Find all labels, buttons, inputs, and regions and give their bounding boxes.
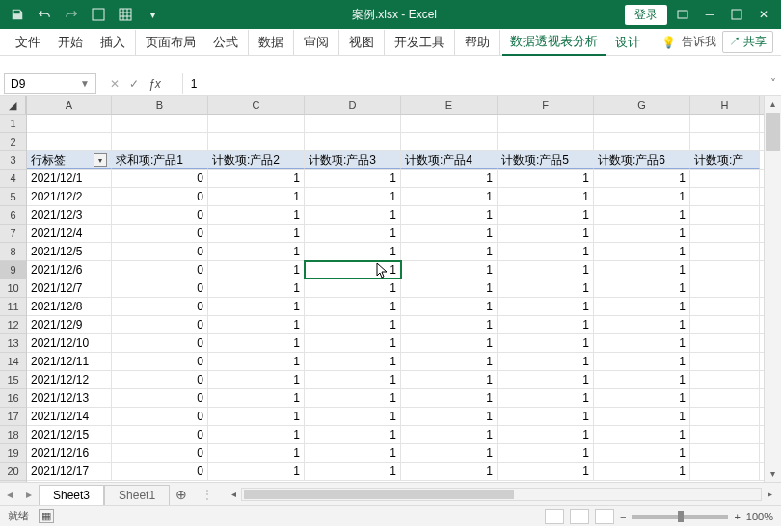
cell[interactable]: 求和项:产品1 [112, 151, 208, 169]
cell[interactable]: 1 [594, 298, 690, 315]
macro-record-icon[interactable]: ▦ [39, 509, 54, 523]
cell[interactable]: 计数项:产品2 [208, 151, 305, 169]
cell[interactable]: 1 [208, 279, 305, 297]
enter-icon[interactable]: ✓ [129, 77, 139, 91]
col-header-C[interactable]: C [208, 96, 305, 114]
cell[interactable]: 1 [401, 225, 498, 242]
cell[interactable] [690, 463, 760, 480]
tab-help[interactable]: 帮助 [457, 30, 500, 55]
cell[interactable] [112, 133, 208, 150]
col-header-A[interactable]: A [27, 96, 112, 114]
cell[interactable]: 1 [498, 170, 594, 187]
cell[interactable]: 1 [498, 298, 594, 315]
cell[interactable]: 1 [305, 408, 401, 425]
cell[interactable]: 2021/12/14 [27, 408, 112, 425]
cell[interactable] [690, 389, 760, 407]
cell[interactable]: 0 [112, 316, 208, 333]
cell[interactable]: 2021/12/5 [27, 243, 112, 260]
cell[interactable] [690, 261, 760, 279]
cell[interactable]: 0 [112, 243, 208, 260]
cell[interactable]: 1 [594, 371, 690, 388]
cell[interactable]: 1 [401, 408, 498, 425]
row-header[interactable]: 7 [0, 225, 26, 243]
cell[interactable] [690, 243, 760, 260]
zoom-out-button[interactable]: − [620, 511, 626, 522]
cell[interactable]: 2021/12/9 [27, 316, 112, 333]
row-header[interactable]: 18 [0, 426, 26, 444]
cell[interactable]: 1 [208, 371, 305, 388]
cell[interactable]: 1 [305, 206, 401, 224]
formula-input[interactable]: 1 [182, 73, 766, 94]
cell[interactable]: 1 [594, 389, 690, 407]
close-icon[interactable]: ✕ [752, 3, 775, 26]
cell[interactable]: 1 [594, 334, 690, 352]
tab-insert[interactable]: 插入 [93, 30, 136, 55]
col-header-B[interactable]: B [112, 96, 208, 114]
cell[interactable]: 0 [112, 408, 208, 425]
cell[interactable]: 1 [305, 261, 401, 279]
maximize-icon[interactable] [725, 3, 748, 26]
login-button[interactable]: 登录 [625, 5, 667, 25]
cell[interactable] [690, 206, 760, 224]
cell[interactable] [690, 170, 760, 187]
cell[interactable]: 0 [112, 353, 208, 370]
cell[interactable]: 1 [594, 170, 690, 187]
cell[interactable]: 1 [305, 444, 401, 462]
cell[interactable]: 1 [401, 426, 498, 443]
row-header[interactable]: 2 [0, 133, 26, 151]
cell[interactable]: 1 [401, 334, 498, 352]
cell[interactable]: 1 [498, 408, 594, 425]
undo-icon[interactable] [33, 3, 56, 26]
cell[interactable] [498, 133, 594, 150]
cell[interactable]: 1 [208, 389, 305, 407]
cell[interactable] [690, 334, 760, 352]
cell[interactable] [690, 225, 760, 242]
cell[interactable]: 1 [401, 463, 498, 480]
horizontal-scrollbar[interactable]: ◂ ▸ [226, 487, 777, 502]
cell[interactable]: 0 [112, 426, 208, 443]
view-normal-icon[interactable] [545, 509, 564, 524]
tab-view[interactable]: 视图 [341, 30, 385, 55]
cell[interactable]: 1 [594, 188, 690, 205]
cell[interactable]: 1 [401, 170, 498, 187]
cell[interactable]: 1 [594, 261, 690, 279]
cell[interactable] [498, 115, 594, 132]
cell[interactable]: 2021/12/2 [27, 188, 112, 205]
cell[interactable] [690, 371, 760, 388]
cell[interactable]: 1 [594, 225, 690, 242]
cell[interactable]: 0 [112, 298, 208, 315]
vscroll-track[interactable] [765, 112, 781, 466]
redo-icon[interactable] [60, 3, 83, 26]
qat-icon-1[interactable] [87, 3, 110, 26]
row-header[interactable]: 20 [0, 463, 26, 481]
name-box[interactable]: D9 ▼ [4, 73, 96, 94]
cell[interactable]: 1 [594, 243, 690, 260]
cell[interactable]: 2021/12/10 [27, 334, 112, 352]
cell[interactable]: 1 [401, 316, 498, 333]
col-header-E[interactable]: E [401, 96, 498, 114]
cell[interactable]: 0 [112, 261, 208, 279]
cell[interactable]: 1 [208, 353, 305, 370]
cell[interactable]: 2021/12/8 [27, 298, 112, 315]
row-header[interactable]: 15 [0, 371, 26, 389]
cell[interactable]: 1 [305, 279, 401, 297]
cell[interactable] [690, 408, 760, 425]
cell[interactable]: 1 [305, 334, 401, 352]
cell[interactable]: 1 [498, 261, 594, 279]
row-header[interactable]: 6 [0, 206, 26, 225]
add-sheet-button[interactable]: ⊕ [170, 487, 193, 502]
row-header[interactable]: 12 [0, 316, 26, 334]
cell[interactable]: 1 [594, 353, 690, 370]
zoom-in-button[interactable]: + [734, 511, 740, 522]
cell[interactable] [401, 133, 498, 150]
cell[interactable] [690, 188, 760, 205]
zoom-level[interactable]: 100% [746, 511, 773, 522]
cell[interactable]: 1 [305, 170, 401, 187]
row-header[interactable]: 19 [0, 444, 26, 463]
cell[interactable]: 1 [401, 389, 498, 407]
scroll-left-icon[interactable]: ◂ [226, 487, 241, 502]
cell[interactable]: 1 [208, 170, 305, 187]
cell[interactable]: 1 [305, 426, 401, 443]
cell[interactable] [208, 133, 305, 150]
cell[interactable]: 1 [305, 298, 401, 315]
